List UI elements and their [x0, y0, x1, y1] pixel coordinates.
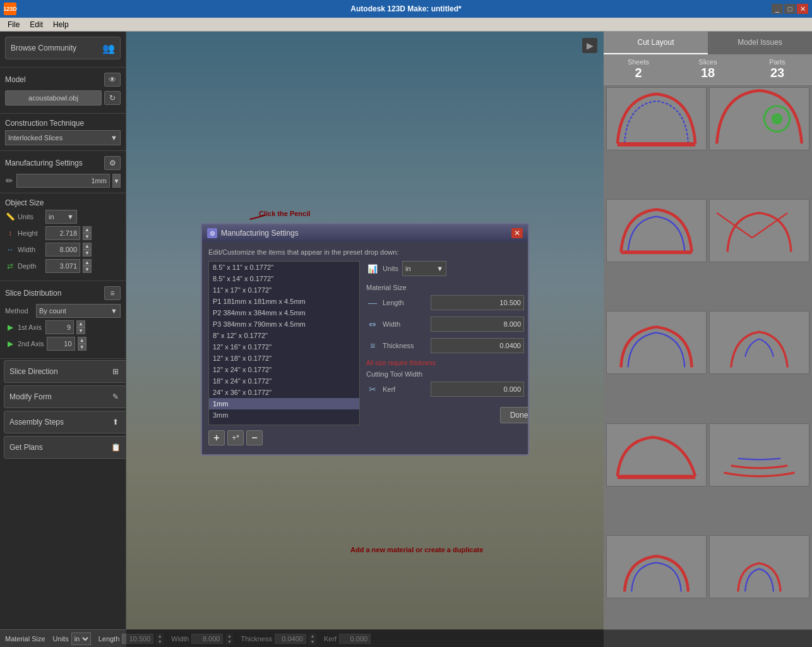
duplicate-material-button[interactable]: +*: [227, 430, 244, 445]
material-list-item[interactable]: 8.5" x 14" x 0.1772": [209, 273, 359, 284]
width-field-input[interactable]: [431, 317, 524, 332]
model-eye-button[interactable]: 👁: [104, 73, 121, 87]
menu-file[interactable]: File: [3, 19, 25, 30]
add-material-button[interactable]: +: [208, 430, 225, 445]
slice-direction-button[interactable]: Slice Direction ⊞: [4, 360, 126, 383]
material-list-item[interactable]: 12" x 18" x 0.1772": [209, 353, 359, 364]
thickness-field-input[interactable]: [431, 338, 524, 353]
status-length-label: Length: [99, 635, 120, 643]
modify-form-label: Modify Form: [9, 392, 52, 401]
sheets-stat: Sheets 2: [604, 58, 673, 80]
manufacturing-settings-gear-button[interactable]: ⚙: [104, 156, 121, 170]
material-list-item[interactable]: 8" x 12" x 0.1772": [209, 330, 359, 341]
delete-material-button[interactable]: −: [246, 430, 263, 445]
browse-community-section: Browse Community 👥: [0, 32, 126, 68]
axis2-down-button[interactable]: ▼: [78, 344, 87, 351]
thickness-up-button[interactable]: ▲: [528, 338, 529, 346]
material-list-item[interactable]: 1mm: [209, 398, 359, 409]
slice-distribution-icon-button[interactable]: ≡: [104, 286, 121, 300]
pencil-icon[interactable]: ✏: [5, 174, 14, 187]
done-button[interactable]: Done: [500, 407, 529, 423]
get-plans-button[interactable]: Get Plans 📋: [4, 436, 126, 459]
depth-input[interactable]: 3.071: [45, 259, 80, 273]
right-panel: Cut Layout Model Issues Sheets 2 Slices …: [604, 32, 812, 647]
thickness-down-button[interactable]: ▼: [528, 346, 529, 353]
material-list-item[interactable]: 3mm: [209, 409, 359, 421]
status-units-select[interactable]: in: [71, 632, 91, 645]
material-list-item[interactable]: P2 384mm x 384mm x 4.5mm: [209, 307, 359, 318]
height-input[interactable]: 2.718: [45, 226, 80, 240]
axis1-up-button[interactable]: ▲: [76, 320, 85, 327]
material-list-item[interactable]: 18" x 24" x 0.1772": [209, 375, 359, 387]
axis2-input[interactable]: 10: [47, 337, 75, 351]
material-dropdown-arrow[interactable]: ▼: [112, 174, 121, 188]
modal-title-bar: ⚙ Manufacturing Settings ✕: [202, 224, 528, 242]
svg-rect-11: [618, 142, 695, 147]
model-section: Model 👁 acoustabowl.obj ↻: [0, 68, 126, 114]
length-up-button[interactable]: ▲: [528, 295, 529, 303]
depth-spinner: ▲ ▼: [83, 259, 92, 273]
method-chevron-icon: ▼: [110, 307, 117, 315]
kerf-down-button[interactable]: ▼: [528, 389, 529, 397]
minimize-button[interactable]: _: [772, 4, 783, 14]
material-list-item[interactable]: paper: [209, 421, 359, 425]
depth-up-button[interactable]: ▲: [83, 259, 92, 266]
material-list-item[interactable]: 12" x 24" x 0.1772": [209, 364, 359, 375]
status-units: Units in: [53, 632, 91, 645]
menu-help[interactable]: Help: [48, 19, 74, 30]
kerf-field-input[interactable]: [431, 382, 524, 397]
material-value-input[interactable]: [16, 174, 110, 188]
height-label: Height: [18, 229, 43, 237]
tab-cut-layout[interactable]: Cut Layout: [604, 32, 708, 54]
width-field-label: Width: [383, 320, 427, 328]
material-list-item[interactable]: 11" x 17" x 0.1772": [209, 284, 359, 296]
units-label: Units: [18, 213, 43, 221]
length-down-button[interactable]: ▼: [528, 303, 529, 310]
width-down-button[interactable]: ▼: [83, 250, 92, 257]
close-button[interactable]: ✕: [797, 4, 808, 14]
material-list-item[interactable]: 8.5" x 11" x 0.1772": [209, 262, 359, 273]
material-list[interactable]: 8.5" x 11" x 0.1772"8.5" x 14" x 0.1772"…: [208, 261, 360, 425]
maximize-button[interactable]: □: [784, 4, 796, 14]
height-spinner: ▲ ▼: [83, 226, 92, 240]
units-setting-row: 📊 Units in ▼: [366, 261, 529, 276]
slices-value: 18: [673, 66, 743, 80]
cut-piece: [606, 535, 707, 598]
units-dropdown[interactable]: in ▼: [45, 210, 77, 224]
units-setting-icon: 📊: [366, 262, 379, 275]
length-field-input[interactable]: [431, 295, 524, 310]
units-setting-dropdown[interactable]: in ▼: [402, 261, 446, 276]
tab-model-issues[interactable]: Model Issues: [708, 32, 812, 54]
material-list-item[interactable]: P1 181mm x 181mm x 4.5mm: [209, 296, 359, 307]
width-input[interactable]: 8.000: [45, 243, 80, 257]
width-up-button[interactable]: ▲: [83, 243, 92, 250]
material-list-item[interactable]: P3 384mm x 790mm x 4.5mm: [209, 318, 359, 330]
material-input-row: ✏ ▼: [5, 174, 121, 188]
construction-technique-dropdown[interactable]: Interlocked Slices ▼: [5, 130, 121, 145]
height-up-button[interactable]: ▲: [83, 226, 92, 233]
length-field-icon: —: [366, 296, 379, 309]
model-refresh-button[interactable]: ↻: [104, 91, 121, 105]
assembly-steps-button[interactable]: Assembly Steps ⬆: [4, 411, 126, 433]
length-field-label: Length: [383, 299, 427, 306]
kerf-up-button[interactable]: ▲: [528, 382, 529, 389]
width-up-button[interactable]: ▲: [528, 317, 529, 324]
modal-close-button[interactable]: ✕: [511, 228, 523, 238]
axis1-input[interactable]: 9: [45, 320, 74, 334]
depth-down-button[interactable]: ▼: [83, 266, 92, 273]
browse-community-label: Browse Community: [11, 44, 76, 52]
width-down-button[interactable]: ▼: [528, 324, 529, 332]
axis2-up-button[interactable]: ▲: [78, 337, 87, 344]
height-down-button[interactable]: ▼: [83, 233, 92, 240]
material-list-item[interactable]: 24" x 36" x 0.1772": [209, 387, 359, 398]
menu-edit[interactable]: Edit: [25, 19, 48, 30]
slice-distribution-section: Slice Distribution ≡ Method By count ▼ ▶…: [0, 281, 126, 359]
axis1-down-button[interactable]: ▼: [76, 327, 85, 334]
material-list-item[interactable]: 12" x 16" x 0.1772": [209, 341, 359, 353]
modify-form-button[interactable]: Modify Form ✎: [4, 385, 126, 408]
thickness-field-icon: ≡: [366, 339, 379, 352]
model-file-button[interactable]: acoustabowl.obj: [5, 90, 102, 106]
method-dropdown[interactable]: By count ▼: [36, 304, 121, 318]
browse-community-button[interactable]: Browse Community 👥: [5, 37, 121, 59]
height-icon: ↕: [5, 228, 15, 238]
